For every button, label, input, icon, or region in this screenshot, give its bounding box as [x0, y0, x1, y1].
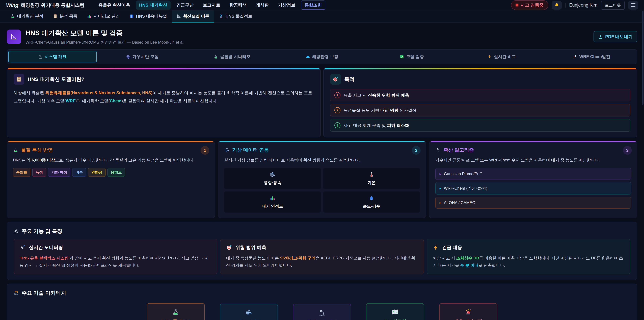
- page-header: HNS 대기확산 모델 이론 및 검증 WRF-Chem·Gaussian Pl…: [0, 23, 644, 49]
- user-name: Eunjeong Kim: [569, 3, 598, 8]
- tab-system-overview[interactable]: 시스템 개요: [8, 51, 97, 62]
- menu-button[interactable]: [628, 1, 638, 10]
- set-square-icon: [176, 14, 181, 19]
- step-number-badge: 1: [200, 146, 209, 155]
- clipboard-icon: [53, 14, 58, 19]
- flow-title: HNS 물질 DB: [150, 318, 202, 320]
- nav-item-weather[interactable]: 기상정보: [274, 1, 299, 10]
- gear-icon: [14, 228, 19, 234]
- purpose-text: 사고 대응 체계 구축 및 피해 최소화: [344, 123, 409, 128]
- target-icon: [226, 244, 232, 251]
- vertical-scrollbar[interactable]: [642, 11, 644, 105]
- dna-icon: [219, 14, 224, 19]
- logo-mark: Wing: [6, 2, 18, 8]
- divider: [89, 3, 89, 8]
- bolt-icon: [433, 244, 439, 251]
- target-icon: [332, 76, 338, 82]
- nav-item-hns-diffusion[interactable]: HNS·대기확산: [136, 1, 171, 10]
- tag-density: 비중: [72, 168, 86, 177]
- chem-highlight: Chem: [110, 99, 122, 103]
- check-icon: [400, 55, 404, 59]
- subnav-label: 시나리오 관리: [94, 14, 120, 19]
- tab-marine-correction[interactable]: 해양환경 보정: [278, 51, 366, 62]
- pillar-description: 실시간 기상 정보를 입력 데이터로 사용하여 확산 방향과 속도를 결정합니다…: [224, 157, 420, 164]
- tab-substance-scenarios[interactable]: 물질별 시나리오: [188, 51, 276, 62]
- tab-label: 해양환경 보정: [312, 54, 338, 59]
- purpose-number: 1: [334, 92, 340, 98]
- wind-icon: [270, 172, 276, 178]
- microscope-icon: [38, 55, 42, 59]
- subnav-scenario-management[interactable]: 시나리오 관리: [82, 11, 124, 23]
- flow-title: 대응 의사결정: [442, 318, 494, 320]
- tag-toxicity: 독성: [32, 168, 46, 177]
- diffusion-algorithm-card: 3 확산 알고리즘 가우시안 플룸/퍼프 모델 또는 WRF-Chem 수치 모…: [429, 141, 637, 218]
- siren-icon: [464, 308, 472, 316]
- weather-wind: 풍향·풍속: [224, 168, 321, 189]
- architecture-section: 주요 기술 아키텍처 HNS 물질 DB 6,000+ 물질 → 기상 데이터 …: [7, 283, 637, 320]
- flask-icon: [172, 308, 180, 316]
- notifications-button[interactable]: [552, 1, 562, 10]
- flow-title: 기상 데이터: [223, 319, 275, 320]
- triangle-bullet-icon: ▸: [440, 172, 441, 176]
- nav-item-integrated-search[interactable]: 통합조회: [301, 1, 325, 10]
- weather-temperature: 기온: [323, 168, 420, 189]
- purpose-text: 독성물질 농도 기반 대피 명령 의사결정: [344, 108, 416, 113]
- alert-dot-icon: [516, 4, 518, 6]
- algo-label: ALOHA / CAMEO: [444, 200, 476, 205]
- tab-gaussian-model[interactable]: 가우시안 모델: [98, 51, 187, 62]
- flask-icon: [214, 55, 218, 59]
- flow-arrow-icon: →: [428, 316, 435, 320]
- flow-arrow-icon: →: [355, 316, 362, 320]
- top-navbar: Wing 해양환경 위기대응 통합시스템 유출유 확산예측 HNS·대기확산 긴…: [0, 0, 644, 11]
- pillar-title: 기상 데이터 연동: [232, 147, 269, 153]
- flow-title: GIS 시각화: [369, 318, 421, 320]
- tab-model-validation[interactable]: 모델 검증: [368, 51, 456, 62]
- nav-item-oil-spill[interactable]: 유출유 확산예측: [95, 1, 133, 10]
- pillar-title: 확산 알고리즘: [444, 147, 474, 153]
- tab-label: 시스템 개요: [44, 54, 67, 59]
- subnav-label: 대기확산 분석: [17, 14, 44, 19]
- nav-item-reports[interactable]: 보고자료: [200, 1, 224, 10]
- flow-title: 확산 모델 엔진: [296, 319, 348, 320]
- app-logo[interactable]: Wing 해양환경 위기대응 통합시스템: [6, 2, 84, 9]
- algo-label: Gaussian Plume/Puff: [444, 171, 482, 176]
- subnav-hns-manual[interactable]: HNS 대응매뉴얼: [124, 11, 172, 23]
- tab-realtime-comparison[interactable]: 실시간 비교: [458, 51, 546, 62]
- about-title: HNS 대기확산 모델이란?: [28, 76, 84, 83]
- tab-label: 실시간 비교: [494, 54, 516, 59]
- tab-wrf-chem-evolution[interactable]: WRF-Chem발전: [547, 51, 636, 62]
- flow-node-model-engine: 확산 모델 엔진 WRF-Chem / Gaussian: [293, 304, 351, 320]
- subnav-analysis-list[interactable]: 분석 목록: [48, 11, 82, 23]
- subnav-hns-substance-info[interactable]: HNS 물질정보: [214, 11, 257, 23]
- logout-button[interactable]: 로그아웃: [601, 1, 624, 10]
- subnav-label: HNS 대응매뉴얼: [136, 14, 167, 19]
- tag-evaporation: 증발률: [13, 168, 30, 177]
- subnav-model-theory[interactable]: 확산모델 이론: [172, 11, 214, 23]
- flow-node-weather-data: 기상 데이터 KMA / AWS: [220, 304, 278, 320]
- bell-icon: [554, 3, 559, 8]
- bolt-icon: [487, 55, 492, 59]
- nav-item-aerial-search[interactable]: 항공탐색: [226, 1, 250, 10]
- emergency-response-card: 긴급 대응 해상 사고 시 조화상수 DB를 이용한 빠른 예측 기술을 포함합…: [427, 239, 630, 274]
- wind-icon: [245, 309, 252, 316]
- tag-vaporization: 기화 특성: [48, 168, 70, 177]
- tab-label: 물질별 시나리오: [220, 54, 250, 59]
- feature-title: 위험 범위 예측: [236, 244, 266, 251]
- tab-label: WRF-Chem발전: [579, 54, 610, 59]
- about-model-card: HNS 대기확산 모델이란? 해상에서 유출된 위험유해물질(Hazardous…: [7, 68, 321, 137]
- pdf-export-button[interactable]: PDF 내보내기: [594, 31, 637, 42]
- tab-label: 가우시안 모델: [132, 54, 159, 59]
- risk-range-prediction-card: 위험 범위 예측 대기 중 독성물질 농도에 따른 안전/경고/위험 구역을 A…: [220, 239, 424, 274]
- subnav-label: HNS 물질정보: [226, 14, 252, 19]
- algo-gaussian: ▸ Gaussian Plume/Puff: [435, 168, 631, 180]
- flow-arrow-icon: →: [282, 316, 289, 320]
- nav-item-board[interactable]: 게시판: [252, 1, 272, 10]
- subnav-diffusion-analysis[interactable]: 대기확산 분석: [6, 11, 48, 23]
- text: )을 결합하여 실시간 대기 확산을 시뮬레이션합니다.: [122, 99, 218, 103]
- purpose-number: 2: [334, 107, 340, 113]
- tab-label: 모델 검증: [406, 54, 424, 59]
- nav-item-rescue[interactable]: 긴급구난: [173, 1, 197, 10]
- app-title: 해양환경 위기대응 통합시스템: [21, 2, 84, 9]
- algo-aloha-cameo: ▸ ALOHA / CAMEO: [435, 197, 631, 209]
- wave-icon: [306, 55, 310, 59]
